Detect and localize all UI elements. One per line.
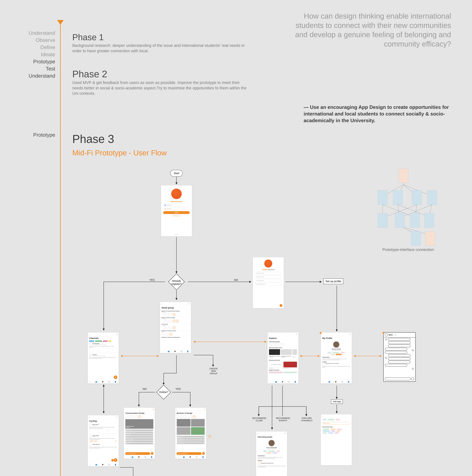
node-start: Start	[170, 170, 183, 177]
bdesign-title: Bachelor of Design	[175, 411, 206, 415]
label-rec-events: RECOMMEND EVENTS	[276, 417, 290, 422]
back-icon[interactable]	[89, 333, 90, 335]
nav-bottom[interactable]: ⌂👥🎓🔍👤	[160, 350, 191, 353]
screen-study-group: Study group Study group Master of Commun…	[160, 302, 191, 353]
msg-input[interactable]: Type a message here	[125, 452, 150, 455]
screen-bdesign: Online group ⚙ Bachelor of Design + Anno…	[175, 408, 206, 459]
tab-photo[interactable]: Photography	[95, 340, 102, 342]
forgot-password-link[interactable]: Forgot password?	[161, 215, 192, 217]
tab-cycling[interactable]: Cycling	[103, 340, 108, 342]
decision-register: Already register?	[167, 273, 185, 291]
menu-icon[interactable]	[189, 303, 190, 304]
screen-login: Login Welcome back 👤Student ID 🔒Password…	[161, 185, 192, 237]
back-icon[interactable]	[89, 416, 90, 418]
logo-circle-icon	[264, 259, 272, 268]
back-icon[interactable]	[268, 333, 270, 335]
stage-observe: Observe	[6, 37, 55, 44]
create-password[interactable]: Your password	[255, 279, 281, 282]
screen-chat-wireframe: Name• Online	[383, 332, 416, 382]
back-icon[interactable]	[161, 303, 163, 304]
group-comm-design[interactable]: Master of Communication Design⌄ On campu…	[160, 310, 191, 316]
stage-prototype: Prototype	[6, 58, 55, 65]
fab-add[interactable]: +	[114, 375, 117, 379]
user-flow: Start Login Welcome back 👤Student ID 🔒Pa…	[72, 169, 457, 476]
location-photo: RMIT Building 9Level 2	[125, 419, 153, 429]
research-answer: — Use an encouraging App Design to creat…	[304, 104, 451, 124]
post-2[interactable]: Hajun Geeq58 minsLorem ipsum dolor sit a…	[88, 434, 119, 443]
create-email[interactable]: Student e-mail	[255, 275, 281, 278]
tab-drawing[interactable]: Drawing	[89, 340, 94, 342]
post-1[interactable]: Matt Jones31 min agoLorem ipsum sed diam…	[88, 423, 119, 434]
interesting-title: Interesting people	[256, 435, 287, 439]
login-student-id[interactable]: 👤Student ID	[163, 204, 190, 206]
label-yes-1: YES	[149, 278, 155, 282]
login-password[interactable]: 🔒Password	[163, 207, 190, 210]
post-fashion[interactable]: FashionPost by Sarah Burns · 11 min ago …	[88, 353, 119, 360]
timeline-arrow-top	[57, 20, 64, 25]
search-input[interactable]: 🔍 Searching	[322, 422, 350, 425]
research-question: How can design thinking enable internati…	[289, 11, 451, 49]
screen-comm-design: On Campus_group ⚙ Communication Design +…	[124, 408, 155, 459]
study-title: Study group	[160, 305, 191, 310]
label-create-group: CREATE NEW GROUP	[207, 368, 220, 375]
menu-icon[interactable]	[116, 333, 118, 335]
menu-icon[interactable]	[116, 416, 118, 418]
group-business[interactable]: Bachelor of Business (Marketing)	[160, 336, 191, 338]
explore-title: Explore	[267, 336, 298, 340]
phase3-subtitle: Mid-Fi Prototype - User Flow	[72, 149, 167, 157]
screen-explore: Explore Explore Interesting people Recom…	[267, 332, 299, 384]
post-photo[interactable]: PhotographyPost by Grace Mcgraw · 8 min …	[88, 342, 119, 353]
stage-understand: Understand	[6, 30, 55, 36]
back-icon[interactable]	[322, 415, 323, 417]
create-name[interactable]: Preferred name	[255, 272, 281, 275]
group-space[interactable]: Bachelor of Space Science⌄ online +	[160, 329, 191, 336]
group-any[interactable]: Any Course⌄ On campus +	[160, 323, 191, 329]
signup-link[interactable]: Sign up	[161, 234, 192, 235]
menu-icon[interactable]	[285, 432, 286, 434]
screen-channels: Channels Channels Drawing Photography Cy…	[87, 332, 119, 384]
label-no-2: NO	[143, 388, 147, 391]
phase1-title: Phase 1	[72, 32, 104, 42]
star-icon: ✦	[381, 330, 385, 336]
menu-icon[interactable]	[296, 333, 297, 335]
stage-test: Test	[6, 65, 55, 72]
commdesign-title: Communication Design	[124, 411, 155, 415]
post-3[interactable]: Yujin SakuraiDonec mi odio amet consecte…	[88, 443, 119, 449]
back-icon[interactable]	[176, 408, 178, 410]
stage-understand-2: Understand	[6, 72, 55, 79]
profile-title: My Proflie	[321, 336, 352, 340]
send-button[interactable]: +	[202, 452, 205, 455]
login-title: Welcome back	[161, 200, 192, 203]
group-interior[interactable]: Master of Interior Design⌄ On campus ++	[160, 316, 191, 323]
label-exp-channels: EXPLORE CHANNELS	[300, 417, 314, 422]
fab-add[interactable]: +	[114, 458, 117, 462]
stage-define: Define	[6, 44, 55, 51]
nav-bottom[interactable]: ⌂👥🎓🔍👤	[267, 380, 298, 383]
avatar	[268, 440, 275, 446]
screen-interesting: Interesting people Interesting people Gr…	[256, 431, 287, 476]
timeline-line	[60, 24, 61, 476]
node-setup-profile: Set up profile	[324, 278, 343, 284]
fab-heart[interactable]	[111, 459, 114, 461]
next-arrow-button[interactable]: ›	[279, 304, 282, 307]
screen-tags: Tags Netflix Photography Cycling 🔍 Searc…	[321, 414, 352, 465]
node-add-tags: Add tags	[331, 399, 343, 404]
tab-bo[interactable]: Bo	[108, 340, 111, 342]
msg-input[interactable]: Type a message here	[177, 452, 201, 455]
back-icon[interactable]	[257, 432, 259, 434]
nav-bottom[interactable]: ⌂👥🎓🔍👤	[321, 380, 352, 383]
back-icon[interactable]	[125, 408, 126, 410]
send-button[interactable]: +	[151, 452, 154, 455]
avatar	[333, 341, 340, 348]
phase3-title: Phase 3	[72, 132, 114, 145]
nav-bottom[interactable]: ⌂👥🎓🔍👤	[88, 380, 119, 383]
add-more-tag[interactable]: Add more	[336, 354, 342, 355]
login-button[interactable]: LOG IN	[163, 211, 190, 214]
logo-circle	[171, 188, 182, 199]
phase2-title: Phase 2	[72, 68, 107, 80]
menu-icon[interactable]	[349, 333, 351, 335]
stage-prototype-2: Prototype	[6, 131, 55, 138]
phase1-body: Background research: deeper understandin…	[72, 43, 248, 54]
label-no-1: NO	[234, 278, 238, 282]
create-confirm[interactable]: Confirm password	[255, 283, 281, 286]
